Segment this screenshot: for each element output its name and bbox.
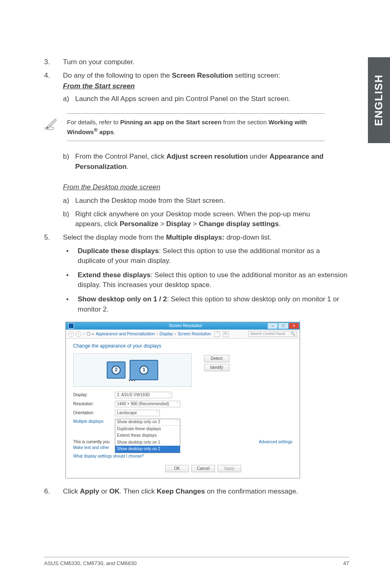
- panel-heading: Change the appearance of your displays: [73, 343, 292, 350]
- sub-step-text: Launch the All Apps screen and pin Contr…: [75, 94, 349, 104]
- crumb-sep-icon: ›: [175, 331, 176, 337]
- instruction-list-cont: 5. Select the display mode from the Mult…: [44, 233, 349, 319]
- sub-step-4b: b) From the Control Panel, click Adjust …: [63, 152, 349, 172]
- breadcrumb-icon: 🖵 «: [87, 331, 94, 337]
- search-icon: 🔍: [291, 331, 295, 337]
- main-display-note: This is currently you: [73, 440, 110, 444]
- pencil-icon: [44, 113, 62, 134]
- monitor-2[interactable]: 2: [107, 361, 126, 379]
- sub-step-text: From the Control Panel, click Adjust scr…: [75, 152, 349, 172]
- detect-button[interactable]: Detect: [204, 355, 229, 362]
- maximize-button[interactable]: □: [278, 323, 288, 329]
- forward-button[interactable]: ›: [76, 331, 81, 337]
- refresh-button[interactable]: ↻: [223, 331, 229, 337]
- crumb-sep-icon: ›: [157, 331, 158, 337]
- dropdown-display[interactable]: 2. ASUS VW193D˅: [115, 392, 172, 398]
- minimize-button[interactable]: –: [268, 323, 278, 329]
- what-settings-link[interactable]: What display settings should I choose?: [73, 453, 292, 460]
- bullet-list: • Duplicate these displays: Select this …: [63, 246, 349, 315]
- window-titlebar: Screen Resolution – □ ×: [66, 322, 300, 330]
- instruction-list: 3. Turn on your computer. 4. Do any of t…: [44, 57, 349, 104]
- advanced-settings-link[interactable]: Advanced settings: [259, 440, 292, 444]
- step-5: 5. Select the display mode from the Mult…: [44, 233, 349, 319]
- step-number: 3.: [44, 57, 63, 67]
- bullet-show-only: • Show desktop only on 1 / 2: Select thi…: [63, 294, 349, 314]
- note-block: For details, refer to Pinning an app on …: [44, 113, 349, 141]
- label-display: Display:: [73, 392, 110, 398]
- label-resolution: Resolution:: [73, 401, 110, 407]
- dropdown-orientation[interactable]: Landscape˅: [115, 410, 160, 416]
- step-text: Do any of the following to open the Scre…: [63, 71, 349, 81]
- identify-button[interactable]: Identify: [204, 364, 229, 371]
- crumb-display[interactable]: Display: [159, 331, 173, 337]
- step-3: 3. Turn on your computer.: [44, 57, 349, 67]
- bullet-duplicate: • Duplicate these displays: Select this …: [63, 246, 349, 266]
- window-title: Screen Resolution: [74, 323, 297, 329]
- dropdown-resolution[interactable]: 1440 × 900 (Recommended)˅: [115, 401, 180, 407]
- step-text: Turn on your computer.: [63, 57, 349, 67]
- footer-left: ASUS CM6330, CM6730, and CM6830: [44, 560, 137, 568]
- crumb-appearance[interactable]: Appearance and Personalization: [96, 331, 155, 337]
- dd-item-duplicate[interactable]: Duplicate these displays: [115, 426, 180, 433]
- search-placeholder: Search Control Panel: [250, 331, 285, 337]
- breadcrumb-bar: ‹ › ↑ 🖵 « Appearance and Personalization…: [66, 330, 300, 339]
- search-input[interactable]: Search Control Panel 🔍: [248, 331, 297, 337]
- label-orientation: Orientation:: [73, 410, 110, 416]
- ok-button[interactable]: OK: [165, 465, 189, 472]
- sub-step-4db: b) Right click anywhere on your Desktop …: [63, 209, 349, 229]
- make-text-link[interactable]: Make text and other: [73, 445, 109, 450]
- dd-item-show-on-2[interactable]: Show desktop only on 2: [115, 446, 180, 453]
- breadcrumb-refresh-icon[interactable]: ˅: [214, 331, 220, 337]
- sub-step-text: Right click anywhere on your Desktop mod…: [75, 209, 349, 229]
- crumb-screen-resolution[interactable]: Screen Resolution: [177, 331, 211, 337]
- overflow-icon[interactable]: •••: [129, 377, 137, 384]
- chevron-down-icon: ˅: [177, 402, 178, 406]
- sub-step-4da: a) Launch the Desktop mode from the Star…: [63, 196, 349, 206]
- window-icon: [68, 323, 74, 329]
- dd-item-extend[interactable]: Extend these displays: [115, 432, 180, 439]
- sub-step-4a: a) Launch the All Apps screen and pin Co…: [63, 94, 349, 104]
- step-number: 6.: [44, 487, 63, 497]
- bullet-icon: •: [63, 270, 78, 290]
- step-number: 4.: [44, 71, 63, 104]
- sub-step-text: Launch the Desktop mode from the Start s…: [75, 196, 349, 206]
- step-6: 6. Click Apply or OK. Then click Keep Ch…: [44, 487, 349, 497]
- display-preview[interactable]: 2 1 •••: [73, 353, 192, 387]
- footer-page-number: 47: [343, 560, 349, 568]
- bullet-icon: •: [63, 294, 78, 314]
- sub-step-letter: b): [63, 152, 75, 172]
- page-footer: ASUS CM6330, CM6730, and CM6830 47: [44, 557, 349, 568]
- apply-button[interactable]: Apply: [217, 465, 241, 472]
- sub-step-letter: b): [63, 209, 75, 229]
- step-text: Click Apply or OK. Then click Keep Chang…: [63, 487, 349, 497]
- up-button[interactable]: ↑: [83, 331, 85, 337]
- step-text: Select the display mode from the Multipl…: [63, 233, 349, 243]
- sub-step-letter: a): [63, 196, 75, 206]
- monitor-1[interactable]: 1: [130, 360, 158, 380]
- step-number: 5.: [44, 233, 63, 319]
- sub-step-letter: a): [63, 94, 75, 104]
- dropdown-multiple-displays[interactable]: Show desktop only on 2˅ Duplicate these …: [115, 419, 180, 453]
- note-text: For details, refer to Pinning an app on …: [67, 113, 325, 141]
- bullet-extend: • Extend these displays: Select this opt…: [63, 270, 349, 290]
- instruction-list-final: 6. Click Apply or OK. Then click Keep Ch…: [44, 487, 349, 497]
- step-4: 4. Do any of the following to open the S…: [44, 71, 349, 104]
- cancel-button[interactable]: Cancel: [191, 465, 215, 472]
- close-button[interactable]: ×: [289, 323, 299, 329]
- chevron-down-icon: ˅: [156, 411, 158, 415]
- chevron-down-icon: ˅: [177, 420, 178, 424]
- heading-from-start: From the Start screen: [63, 81, 349, 92]
- chevron-down-icon: ˅: [168, 393, 170, 397]
- back-button[interactable]: ‹: [68, 331, 74, 337]
- dd-item-show-on-1[interactable]: Show desktop only on 1: [115, 439, 180, 446]
- bullet-icon: •: [63, 246, 78, 266]
- screenshot-screen-resolution: Screen Resolution – □ × ‹ › ↑ 🖵 « Appear…: [65, 322, 300, 478]
- label-multiple-displays: Multiple displays:: [73, 419, 110, 425]
- heading-from-desktop: From the Desktop mode screen: [63, 182, 349, 193]
